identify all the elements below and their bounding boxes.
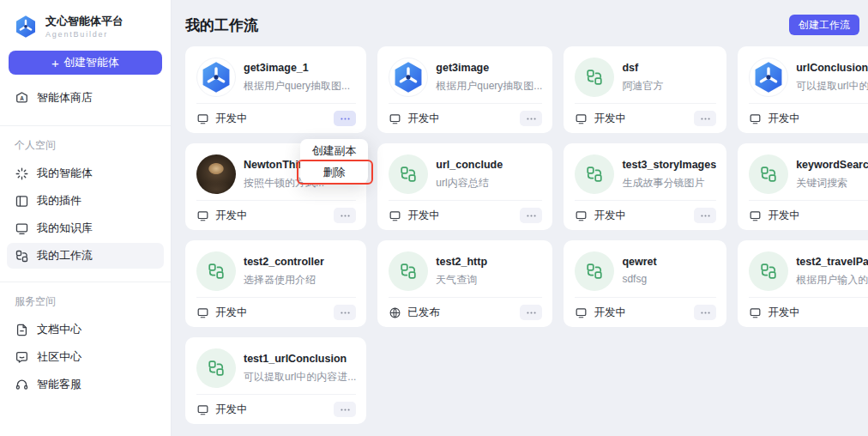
workflow-name: test2_controller — [244, 256, 356, 268]
sidebar-item-community-center[interactable]: 社区中心 — [7, 344, 164, 370]
workflow-description: 可以提取url中的内容进... — [796, 79, 868, 94]
workflow-card[interactable]: test2_travelPartner根据用户输入的出发城...开发中 — [738, 240, 868, 327]
status-badge: 开发中 — [575, 306, 626, 320]
sidebar-item-my-agents[interactable]: 我的智能体 — [7, 160, 164, 186]
card-more-button[interactable] — [334, 402, 356, 417]
card-head: dsf阿迪官方 — [575, 58, 716, 97]
workflow-card[interactable]: keywordSearch关键词搜索开发中 — [738, 143, 868, 230]
workflow-card[interactable]: test1_urlConclusion可以提取url中的内容进...开发中 — [185, 337, 366, 424]
sidebar-item-my-plugins[interactable]: 我的插件 — [7, 188, 164, 214]
card-footer: 开发中 — [575, 103, 716, 133]
sidebar-item-label: 智能客服 — [37, 377, 81, 392]
app-title: 文心智能体平台 — [45, 15, 124, 29]
card-more-button[interactable] — [520, 111, 542, 126]
workflow-name: qewret — [622, 256, 716, 268]
workflow-avatar — [389, 154, 428, 194]
create-workflow-button[interactable]: 创建工作流 — [789, 15, 859, 35]
workflow-card[interactable]: url_concludeurl内容总结开发中 — [377, 143, 552, 230]
card-more-button[interactable] — [694, 208, 716, 223]
card-head: get3image根据用户query抽取图... — [389, 58, 542, 97]
card-more-button[interactable] — [694, 305, 716, 320]
card-info: qewretsdfsg — [622, 251, 716, 291]
workflow-card[interactable]: dsf阿迪官方开发中 — [564, 46, 726, 133]
card-head: get3image_1根据用户query抽取图... — [196, 58, 356, 97]
workflow-description: 可以提取url中的内容进... — [244, 370, 356, 385]
status-label: 开发中 — [768, 112, 800, 126]
workflow-card[interactable]: test2_controller选择器使用介绍开发中 — [185, 240, 366, 327]
monitor-icon — [196, 209, 209, 222]
sidebar-item-label: 我的插件 — [37, 193, 81, 209]
monitor-icon — [749, 112, 762, 125]
workflow-card[interactable]: urlConclusion可以提取url中的内容进...开发中 — [738, 46, 868, 133]
monitor-icon — [749, 306, 762, 319]
sidebar-item-label: 社区中心 — [37, 349, 81, 365]
card-head: keywordSearch关键词搜索 — [749, 154, 868, 194]
monitor-icon — [389, 209, 401, 222]
card-head: test1_urlConclusion可以提取url中的内容进... — [196, 348, 356, 388]
create-agent-button[interactable]: + 创建智能体 — [9, 51, 162, 75]
card-footer: 开发中 — [749, 297, 868, 327]
agentbuilder-cube-avatar — [196, 58, 236, 97]
workflow-avatar — [749, 251, 788, 291]
app-subtitle: AgentBuilder — [45, 30, 124, 39]
workflow-card[interactable]: test3_storyImages生成故事分镜图片开发中 — [564, 143, 726, 230]
card-head: test2_controller选择器使用介绍 — [196, 251, 356, 291]
document-icon — [15, 323, 29, 337]
sidebar-item-my-knowledge[interactable]: 我的知识库 — [7, 215, 164, 241]
status-label: 开发中 — [768, 209, 800, 223]
sidebar-item-label: 我的工作流 — [37, 248, 93, 263]
card-more-button[interactable] — [334, 111, 356, 126]
agentbuilder-app: 文心智能体平台 AgentBuilder + 创建智能体 A 智能体商店 个人空… — [0, 0, 868, 436]
sidebar-item-my-workflows[interactable]: 我的工作流 — [7, 243, 164, 269]
card-more-button[interactable] — [334, 208, 356, 223]
status-label: 开发中 — [768, 306, 800, 320]
sidebar-item-smart-support[interactable]: 智能客服 — [7, 372, 164, 397]
workflow-name: test2_travelPartner — [796, 256, 868, 268]
workflow-card[interactable]: qewretsdfsg开发中 — [564, 240, 726, 327]
card-footer: 开发中 — [575, 297, 716, 327]
monitor-icon — [196, 112, 209, 125]
app-logo: 文心智能体平台 AgentBuilder — [0, 0, 171, 39]
card-head: test2_http天气查询 — [389, 251, 542, 291]
workflow-card[interactable]: test2_http天气查询已发布 — [377, 240, 552, 327]
card-info: test2_controller选择器使用介绍 — [244, 251, 356, 291]
card-more-button[interactable] — [694, 111, 716, 126]
sidebar-item-doc-center[interactable]: 文档中心 — [7, 317, 164, 342]
status-badge: 开发中 — [749, 306, 800, 320]
workflow-card[interactable]: get3image根据用户query抽取图...开发中 — [377, 46, 552, 133]
card-context-menu: 创建副本删除 — [300, 139, 368, 184]
menu-item-create-copy[interactable]: 创建副本 — [300, 140, 368, 161]
workflow-name: urlConclusion — [796, 62, 868, 74]
card-more-button[interactable] — [520, 305, 542, 320]
workflow-avatar — [575, 154, 614, 194]
card-more-button[interactable] — [520, 208, 542, 223]
card-info: test2_travelPartner根据用户输入的出发城... — [796, 251, 868, 291]
workflow-name: test2_http — [436, 256, 542, 268]
sidebar-item-label: 我的知识库 — [37, 221, 93, 236]
status-label: 开发中 — [215, 403, 248, 417]
status-badge: 开发中 — [389, 112, 440, 126]
page-title: 我的工作流 — [185, 15, 258, 35]
card-info: get3image_1根据用户query抽取图... — [244, 58, 356, 97]
status-label: 开发中 — [215, 112, 248, 126]
card-footer: 开发中 — [749, 200, 868, 230]
sidebar: 文心智能体平台 AgentBuilder + 创建智能体 A 智能体商店 个人空… — [0, 0, 172, 436]
workflow-avatar — [575, 58, 614, 97]
status-badge: 已发布 — [389, 306, 440, 320]
agentbuilder-logo-icon — [13, 14, 39, 39]
card-info: url_concludeurl内容总结 — [436, 154, 542, 194]
card-info: urlConclusion可以提取url中的内容进... — [796, 58, 868, 97]
sidebar-item-label: 我的智能体 — [37, 166, 93, 181]
card-footer: 开发中 — [196, 297, 356, 327]
card-info: test3_storyImages生成故事分镜图片 — [622, 154, 716, 194]
status-label: 开发中 — [407, 112, 440, 126]
card-more-button[interactable] — [334, 305, 356, 320]
workflow-card[interactable]: get3image_1根据用户query抽取图...开发中 — [185, 46, 366, 133]
card-footer: 开发中 — [749, 103, 868, 133]
sidebar-item-label: 文档中心 — [37, 322, 81, 337]
menu-item-delete[interactable]: 删除 — [300, 161, 368, 183]
workflow-card-grid: get3image_1根据用户query抽取图...开发中get3image根据… — [185, 46, 861, 424]
status-badge: 开发中 — [575, 112, 626, 126]
card-head: qewretsdfsg — [575, 251, 716, 291]
sidebar-item-agent-store[interactable]: A 智能体商店 — [7, 85, 164, 111]
